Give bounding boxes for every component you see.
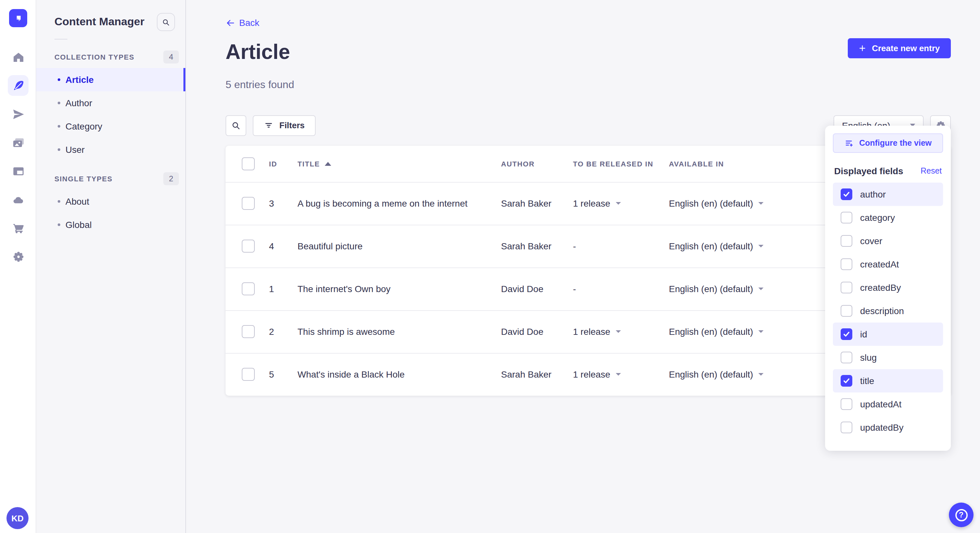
cell-id: 1: [269, 284, 298, 294]
displayed-field-option-description[interactable]: description: [833, 299, 943, 322]
sidebar-item-user[interactable]: User: [36, 138, 185, 161]
create-new-entry-label: Create new entry: [872, 43, 940, 53]
search-button[interactable]: [226, 115, 246, 136]
cell-id: 5: [269, 370, 298, 380]
displayed-field-option-author[interactable]: author: [833, 182, 943, 206]
create-new-entry-button[interactable]: Create new entry: [848, 38, 951, 58]
divider: [54, 39, 67, 40]
user-avatar[interactable]: KD: [6, 507, 29, 529]
field-checkbox[interactable]: [841, 352, 852, 363]
back-label: Back: [239, 17, 259, 28]
active-indicator: [183, 68, 185, 91]
back-link[interactable]: Back: [226, 17, 259, 28]
column-header-id: ID: [269, 160, 298, 168]
cell-title: A bug is becoming a meme on the internet: [298, 198, 501, 209]
plus-icon: [859, 45, 866, 52]
sidebar-item-global[interactable]: Global: [36, 213, 185, 236]
home-icon: [11, 50, 25, 64]
row-checkbox[interactable]: [242, 325, 255, 338]
content-manager-sidebar: Content Manager COLLECTION TYPES 4 Artic…: [36, 0, 186, 533]
displayed-field-option-category[interactable]: category: [833, 206, 943, 229]
app-window: KD Content Manager COLLECTION TYPES 4 Ar…: [0, 0, 980, 533]
sidebar-item-author[interactable]: Author: [36, 91, 185, 115]
field-checkbox[interactable]: [841, 189, 852, 200]
gear-icon: [11, 250, 25, 263]
search-icon: [161, 17, 170, 27]
rail-item-home[interactable]: [8, 47, 29, 67]
bullet-icon: [58, 125, 60, 128]
field-checkbox[interactable]: [841, 328, 852, 340]
field-checkbox[interactable]: [841, 398, 852, 410]
section-count-badge: 2: [163, 172, 179, 185]
rail-item-content-manager[interactable]: [8, 75, 29, 96]
displayed-field-option-createdAt[interactable]: createdAt: [833, 252, 943, 276]
row-checkbox[interactable]: [242, 368, 255, 381]
configure-list-icon: [844, 138, 854, 148]
displayed-field-option-createdBy[interactable]: createdBy: [833, 276, 943, 299]
help-button[interactable]: ?: [949, 503, 974, 527]
rail-item-releases[interactable]: [8, 104, 29, 124]
sidebar-search-button[interactable]: [157, 13, 175, 31]
row-checkbox[interactable]: [242, 197, 255, 210]
column-header-title[interactable]: TITLE: [298, 160, 501, 168]
field-checkbox[interactable]: [841, 375, 852, 387]
bullet-icon: [58, 78, 60, 81]
row-checkbox[interactable]: [242, 283, 255, 296]
displayed-field-option-cover[interactable]: cover: [833, 229, 943, 252]
chevron-down-icon: [758, 331, 764, 333]
chevron-down-icon: [616, 202, 620, 205]
main-nav-rail: KD: [0, 0, 36, 533]
view-settings-popover: Configure the view Displayed fields Rese…: [825, 125, 951, 451]
cell-title: Beautiful picture: [298, 241, 501, 252]
cloud-icon: [11, 193, 25, 206]
sidebar-item-article[interactable]: Article: [36, 68, 185, 91]
sidebar-section: COLLECTION TYPES 4 Article Author Catego…: [36, 49, 185, 161]
field-checkbox[interactable]: [841, 212, 852, 224]
cell-id: 4: [269, 241, 298, 252]
cell-title: This shrimp is awesome: [298, 327, 501, 337]
sidebar-item-about[interactable]: About: [36, 190, 185, 213]
field-checkbox[interactable]: [841, 235, 852, 247]
rail-item-marketplace[interactable]: [8, 217, 29, 238]
configure-view-button[interactable]: Configure the view: [833, 133, 943, 153]
sidebar-section: SINGLE TYPES 2 About Global: [36, 170, 185, 236]
displayed-field-option-updatedAt[interactable]: updatedAt: [833, 392, 943, 416]
check-icon: [843, 190, 850, 198]
cell-release[interactable]: 1 release: [573, 198, 669, 209]
bullet-icon: [58, 102, 60, 104]
rail-item-content-type-builder[interactable]: [8, 160, 29, 181]
page-title: Article: [226, 38, 951, 65]
rail-item-cloud[interactable]: [8, 189, 29, 210]
field-checkbox[interactable]: [841, 422, 852, 433]
cell-release[interactable]: -: [573, 284, 669, 294]
sidebar-title: Content Manager: [54, 16, 174, 29]
displayed-field-option-title[interactable]: title: [833, 369, 943, 392]
rail-item-settings[interactable]: [8, 246, 29, 267]
field-checkbox[interactable]: [841, 282, 852, 293]
sidebar-item-category[interactable]: Category: [36, 115, 185, 138]
rail-item-media-library[interactable]: [8, 132, 29, 153]
cell-id: 2: [269, 327, 298, 337]
cell-release[interactable]: 1 release: [573, 370, 669, 380]
displayed-field-option-slug[interactable]: slug: [833, 346, 943, 369]
column-header-author: AUTHOR: [501, 160, 573, 168]
cell-author: Sarah Baker: [501, 198, 573, 209]
strapi-logo: [9, 9, 27, 27]
cell-release[interactable]: -: [573, 241, 669, 252]
reset-link[interactable]: Reset: [921, 167, 942, 176]
cell-author: Sarah Baker: [501, 241, 573, 252]
displayed-fields-title: Displayed fields: [834, 166, 903, 176]
row-checkbox[interactable]: [242, 240, 255, 253]
displayed-field-option-updatedBy[interactable]: updatedBy: [833, 416, 943, 439]
select-all-checkbox[interactable]: [242, 157, 255, 170]
cell-release[interactable]: 1 release: [573, 327, 669, 337]
displayed-field-option-id[interactable]: id: [833, 322, 943, 346]
check-icon: [843, 377, 850, 385]
field-checkbox[interactable]: [841, 305, 852, 317]
sort-ascending-icon: [325, 162, 331, 166]
field-checkbox[interactable]: [841, 259, 852, 270]
filters-button[interactable]: Filters: [253, 115, 316, 136]
column-header-release: TO BE RELEASED IN: [573, 160, 669, 168]
paper-plane-icon: [11, 107, 25, 121]
cell-author: Sarah Baker: [501, 370, 573, 380]
